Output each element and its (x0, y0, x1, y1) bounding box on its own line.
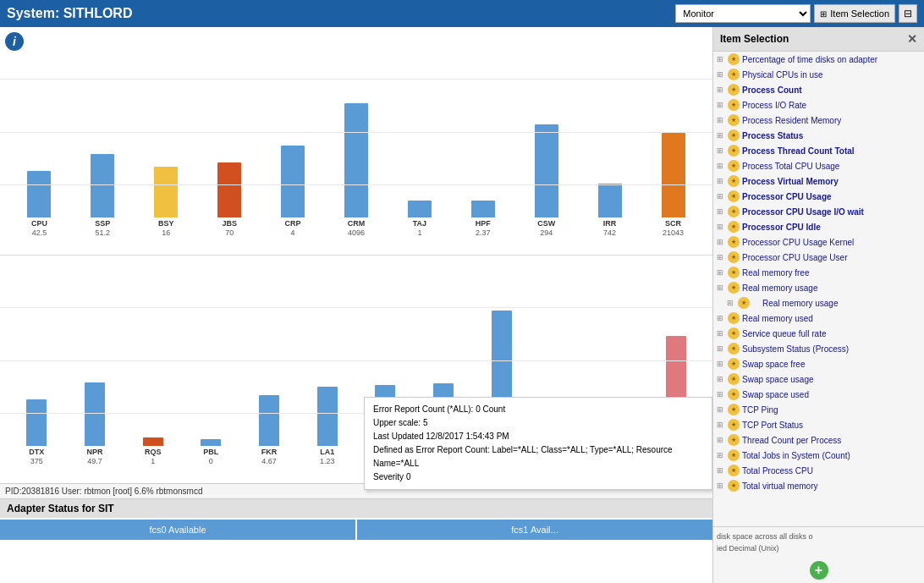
bar-group[interactable]: FKR4.67 (241, 395, 298, 466)
bar-label: TAJ1 (413, 219, 426, 238)
item-label: Real memory usage (762, 299, 838, 308)
list-item[interactable]: ⊞★Process Count (713, 82, 924, 97)
tooltip-line1: Error Report Count (*ALL): 0 Count (373, 403, 703, 416)
bar-group[interactable]: CPU42.5 (8, 171, 70, 238)
maximize-button[interactable]: ⊟ (899, 4, 917, 23)
item-label: Process Count (742, 85, 802, 95)
list-item[interactable]: ⊞★Swap space free (713, 356, 924, 371)
list-item[interactable]: ⊞★Processor CPU Usage Kernel (713, 234, 924, 250)
list-item[interactable]: ⊞★Processor CPU Idle (713, 219, 924, 234)
list-item[interactable]: ⊞★Process Resident Memory (713, 113, 924, 128)
list-item[interactable]: ⊞★Thread Count per Process (713, 432, 924, 448)
bar-group[interactable]: CRP4 (262, 146, 324, 238)
item-icon: ★ (728, 327, 740, 339)
list-item[interactable]: ⊞★Real memory usage (713, 280, 924, 295)
bar-group[interactable]: DTX375 (8, 399, 65, 466)
item-icon: ★ (728, 190, 740, 202)
item-icon: ★ (728, 312, 740, 324)
item-label: Process Total CPU Usage (742, 162, 839, 171)
bar (154, 167, 178, 217)
bar-group[interactable]: NPR49.7 (67, 382, 124, 466)
item-label: TCP Ping (742, 405, 778, 415)
item-icon: ★ (728, 206, 740, 217)
bar-group[interactable]: SCR21043 (642, 133, 704, 238)
maximize-icon: ⊟ (904, 8, 912, 19)
item-label: Physical CPUs in use (742, 70, 823, 80)
tooltip: Error Report Count (*ALL): 0 Count Upper… (364, 397, 712, 490)
bar-group[interactable]: CRM4096 (326, 103, 388, 238)
item-label: TCP Port Status (742, 421, 803, 430)
list-item[interactable]: ⊞★Processor CPU Usage (713, 189, 924, 204)
bar-group[interactable]: SSP51.2 (72, 154, 134, 238)
item-selection-button[interactable]: ⊞ Item Selection (814, 4, 895, 23)
list-item[interactable]: ⊞★Process Thread Count Total (713, 143, 924, 158)
list-item[interactable]: ⊞★Total Process CPU (713, 463, 924, 478)
item-label: Swap space free (742, 360, 806, 369)
item-icon: ★ (728, 388, 740, 400)
bar (201, 439, 221, 446)
list-item[interactable]: ⊞★Processor CPU Usage User (713, 250, 924, 265)
expand-icon: ⊞ (717, 344, 725, 353)
expand-icon: ⊞ (717, 238, 725, 246)
monitor-dropdown[interactable]: Monitor (675, 4, 811, 23)
list-item[interactable]: ⊞★Swap space usage (713, 371, 924, 387)
info-icon[interactable]: i (5, 32, 24, 51)
list-item[interactable]: ⊞★Real memory usage (713, 295, 924, 311)
list-item[interactable]: ⊞★Subsystem Status (Process) (713, 341, 924, 356)
adapter-status: fcs0 Availablefcs1 Avail... (0, 518, 712, 542)
expand-icon: ⊞ (717, 360, 725, 368)
bar-group[interactable]: TAJ1 (388, 201, 450, 238)
bar-group[interactable]: BSY16 (135, 167, 197, 238)
expand-icon: ⊞ (717, 85, 725, 94)
list-item[interactable]: ⊞★Process Status (713, 128, 924, 143)
add-button[interactable]: + (810, 561, 828, 580)
expand-icon: ⊞ (717, 101, 725, 109)
close-button[interactable]: ✕ (907, 32, 917, 46)
bar-group[interactable]: IRR742 (579, 184, 641, 238)
bottom-right-item-1: disk space across all disks o (717, 531, 921, 542)
bar-label: DTX375 (29, 448, 44, 466)
list-item[interactable]: ⊞★Percentage of time disks on adapter (713, 52, 924, 67)
list-item[interactable]: ⊞★Process Total CPU Usage (713, 158, 924, 173)
item-icon: ★ (728, 236, 740, 248)
list-item[interactable]: ⊞★TCP Ping (713, 402, 924, 417)
item-label: Swap space used (742, 390, 809, 399)
list-item[interactable]: ⊞★Processor CPU Usage I/O wait (713, 204, 924, 219)
list-item[interactable]: ⊞★Physical CPUs in use (713, 67, 924, 82)
bar-label: NPR49.7 (87, 448, 103, 466)
adapter-item: fcs0 Available (0, 520, 355, 540)
item-icon: ★ (728, 99, 740, 111)
item-icon: ★ (728, 251, 740, 263)
bar-group[interactable]: RQS1 (124, 437, 181, 466)
list-item[interactable]: ⊞★Process Virtual Memory (713, 173, 924, 189)
bar (27, 171, 51, 217)
bar-group[interactable]: JBS70 (199, 162, 261, 238)
bottom-section: Adapter Status for SIT fcs0 Availablefcs… (0, 498, 712, 583)
bar-group[interactable]: PBL0 (183, 439, 239, 466)
tooltip-line4: Defined as Error Report Count: Label=*AL… (373, 443, 703, 470)
item-label: Real memory usage (742, 283, 817, 293)
list-item[interactable]: ⊞★Total Jobs in System (Count) (713, 448, 924, 463)
item-list[interactable]: ⊞★Percentage of time disks on adapter⊞★P… (713, 52, 924, 526)
bar (85, 382, 105, 446)
grid-icon: ⊞ (820, 9, 827, 19)
list-item[interactable]: ⊞★Real memory used (713, 311, 924, 326)
bar (217, 162, 241, 217)
item-label: Processor CPU Usage (742, 192, 832, 201)
bar (535, 124, 558, 217)
bar (317, 387, 338, 446)
list-item[interactable]: ⊞★Process I/O Rate (713, 97, 924, 113)
list-item[interactable]: ⊞★Swap space used (713, 387, 924, 402)
bar-group[interactable]: CSW294 (515, 124, 577, 238)
item-label: Total Jobs in System (Count) (742, 451, 850, 460)
tooltip-line2: Upper scale: 5 (373, 416, 703, 430)
bar-group[interactable]: HPF2.37 (452, 201, 514, 238)
list-item[interactable]: ⊞★Total virtual memory (713, 478, 924, 493)
list-item[interactable]: ⊞★Service queue full rate (713, 326, 924, 341)
item-label: Total virtual memory (742, 481, 817, 491)
title-bar-right: Monitor ⊞ Item Selection ⊟ (675, 4, 917, 23)
right-panel: Item Selection ✕ ⊞★Percentage of time di… (712, 27, 924, 583)
list-item[interactable]: ⊞★Real memory free (713, 265, 924, 280)
bar-group[interactable]: LA11.23 (299, 387, 355, 466)
list-item[interactable]: ⊞★TCP Port Status (713, 417, 924, 432)
